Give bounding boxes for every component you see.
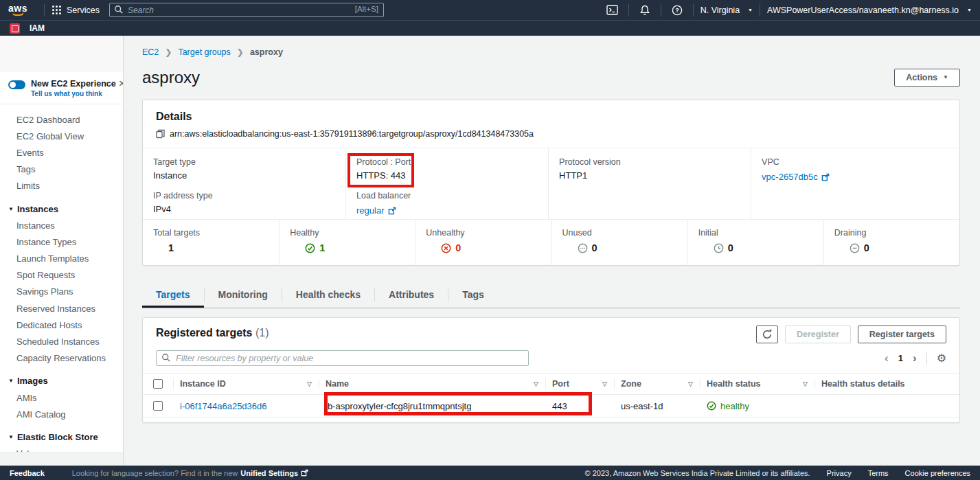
health-status-text: healthy	[720, 401, 749, 411]
account-menu[interactable]: AWSPowerUserAccess/navaneeth.kn@harness.…	[767, 5, 972, 15]
feedback-button[interactable]: Feedback	[10, 469, 45, 477]
section-label: Images	[17, 376, 48, 386]
cookie-preferences-link[interactable]: Cookie preferences	[905, 469, 970, 477]
sidebar-item-dedicated-hosts[interactable]: Dedicated Hosts	[0, 317, 123, 333]
search-shortcut-hint: [Alt+S]	[355, 5, 378, 13]
select-all-checkbox[interactable]	[153, 379, 163, 389]
sidebar-top-gap	[0, 36, 123, 72]
field-protocol-version: Protocol version HTTP1	[559, 157, 744, 181]
sidebar-item-instances[interactable]: Instances	[0, 217, 123, 233]
stat-draining: Draining 0	[823, 220, 959, 265]
tell-us-link[interactable]: Tell us what you think	[31, 90, 116, 98]
name-cell: lb-asproxytyler-cfcg8jru1tmmqpntsjtg	[319, 395, 545, 417]
breadcrumb-ec2[interactable]: EC2	[142, 47, 159, 57]
stat-total-targets: Total targets 1	[143, 220, 279, 265]
notifications-bell-button[interactable]	[636, 3, 654, 18]
sidebar-item-limits[interactable]: Limits	[0, 178, 123, 194]
page-number[interactable]: 1	[898, 353, 903, 363]
next-page-icon[interactable]: ›	[913, 354, 917, 363]
row-select-cell	[143, 395, 173, 417]
previous-page-icon[interactable]: ‹	[885, 354, 889, 363]
stat-unhealthy: Unhealthy 0	[415, 220, 551, 265]
sidebar-item-spot-requests[interactable]: Spot Requests	[0, 267, 123, 284]
search-input[interactable]	[109, 3, 384, 17]
sidebar-bottom-strip	[0, 452, 123, 466]
x-circle-icon	[441, 243, 451, 253]
sidebar-item-savings-plans[interactable]: Savings Plans	[0, 284, 123, 300]
load-balancer-name: regular	[356, 205, 384, 216]
field-value: HTTP1	[559, 170, 744, 181]
sidebar-item-launch-templates[interactable]: Launch Templates	[0, 251, 123, 267]
region-selector[interactable]: N. Virginia ▼	[700, 5, 753, 15]
field-label: IP address type	[153, 191, 339, 201]
sidebar-section-elastic-block-store[interactable]: ▼ Elastic Block Store	[0, 428, 123, 445]
stat-label: Initial	[698, 228, 819, 238]
sidebar-item-tags[interactable]: Tags	[0, 161, 123, 178]
field-label: Target type	[153, 157, 339, 167]
breadcrumb-current: asproxy	[250, 47, 283, 57]
sort-icon[interactable]: ▽	[803, 380, 808, 387]
close-icon[interactable]: ×	[116, 79, 124, 89]
iam-label: IAM	[30, 23, 45, 33]
sidebar-item-ec2-global-view[interactable]: EC2 Global View	[0, 128, 123, 144]
unified-settings-link[interactable]: Unified Settings	[240, 469, 308, 477]
column-label: Health status details	[821, 379, 905, 389]
table-row: i-06f1744a6a25d36d6 lb-asproxytyler-cfcg…	[143, 395, 959, 418]
tab-health-checks[interactable]: Health checks	[282, 283, 374, 308]
recent-service-iam[interactable]: IAM	[10, 23, 45, 34]
terms-link[interactable]: Terms	[868, 469, 889, 477]
stat-label: Unused	[562, 228, 683, 238]
tab-tags[interactable]: Tags	[448, 283, 498, 308]
stat-value: 1	[319, 242, 325, 253]
targets-table: Instance ID ▽ Name ▽ Port ▽ Zone	[143, 373, 959, 422]
new-ec2-experience-box: New EC2 Experience Tell us what you thin…	[0, 72, 123, 104]
sidebar-item-events[interactable]: Events	[0, 144, 123, 161]
load-balancer-link[interactable]: regular	[356, 205, 396, 216]
new-experience-toggle[interactable]	[8, 80, 25, 89]
sidebar-item-capacity-reservations[interactable]: Capacity Reservations	[0, 350, 123, 367]
sort-icon[interactable]: ▽	[534, 380, 538, 387]
sidebar-section-instances[interactable]: ▼ Instances	[0, 201, 123, 217]
sidebar-item-ec2-dashboard[interactable]: EC2 Dashboard	[0, 111, 123, 128]
help-button[interactable]: ?	[668, 3, 686, 18]
row-checkbox[interactable]	[153, 401, 163, 411]
column-label: Health status	[707, 379, 761, 389]
sort-icon[interactable]: ▽	[602, 380, 607, 387]
header-select-all	[143, 374, 173, 394]
sidebar-item-instance-types[interactable]: Instance Types	[0, 233, 123, 250]
breadcrumb-target-groups[interactable]: Target groups	[178, 47, 230, 57]
clock-icon	[714, 243, 724, 253]
tab-attributes[interactable]: Attributes	[375, 283, 448, 308]
header-instance-id: Instance ID ▽	[173, 374, 319, 394]
sidebar-item-ami-catalog[interactable]: AMI Catalog	[0, 406, 123, 422]
section-label: Instances	[17, 204, 58, 214]
services-menu-button[interactable]: Services	[52, 5, 100, 15]
aws-logo[interactable]: aws	[8, 4, 27, 16]
recently-visited-row: IAM	[0, 20, 980, 36]
sort-icon[interactable]: ▽	[307, 380, 312, 387]
tab-targets[interactable]: Targets	[142, 283, 204, 308]
settings-gear-icon[interactable]: ⚙	[937, 353, 946, 364]
sidebar-section-images[interactable]: ▼ Images	[0, 373, 123, 389]
sidebar-item-reserved-instances[interactable]: Reserved Instances	[0, 300, 123, 317]
register-targets-button[interactable]: Register targets	[858, 325, 946, 343]
tab-monitoring[interactable]: Monitoring	[205, 283, 282, 308]
account-label: AWSPowerUserAccess/navaneeth.kn@harness.…	[767, 5, 959, 15]
copy-icon[interactable]	[156, 129, 165, 139]
sidebar-item-scheduled-instances[interactable]: Scheduled Instances	[0, 333, 123, 350]
refresh-button[interactable]	[756, 325, 778, 343]
vpc-link[interactable]: vpc-2657db5c	[762, 172, 830, 182]
sidebar-item-amis[interactable]: AMIs	[0, 389, 123, 406]
chevron-down-icon: ▼	[943, 74, 948, 80]
sort-icon[interactable]: ▽	[688, 380, 693, 387]
cloudshell-button[interactable]	[604, 3, 622, 18]
instance-id-link[interactable]: i-06f1744a6a25d36d6	[180, 401, 267, 411]
deregister-button[interactable]: Deregister	[785, 325, 851, 343]
stat-value: 0	[864, 242, 869, 253]
details-column-1: Target type Instance IP address type IPv…	[143, 148, 345, 219]
filter-input[interactable]	[156, 350, 529, 366]
actions-button[interactable]: Actions ▼	[894, 69, 960, 87]
registered-targets-count: (1)	[255, 327, 269, 339]
privacy-link[interactable]: Privacy	[827, 469, 852, 477]
page-body: New EC2 Experience Tell us what you thin…	[0, 36, 980, 466]
